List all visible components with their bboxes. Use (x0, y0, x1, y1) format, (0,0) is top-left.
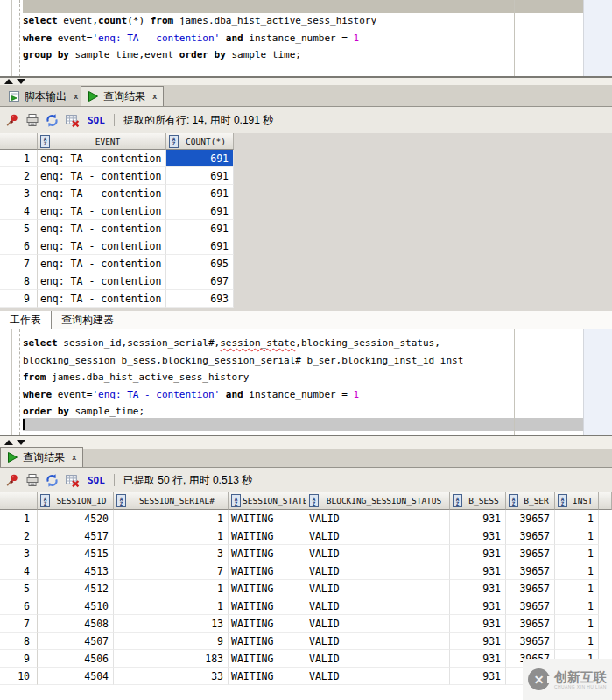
sql-button[interactable]: SQL (88, 115, 105, 126)
data-cell[interactable]: WAITING (229, 615, 306, 633)
data-cell[interactable]: 4512 (38, 580, 114, 597)
collapse-down-icon[interactable] (17, 79, 25, 84)
data-cell[interactable]: WAITING (229, 527, 306, 545)
data-cell[interactable]: 691 (166, 202, 234, 220)
column-header-event[interactable]: AZEVENT (38, 133, 166, 150)
column-header-b-ser[interactable]: AZB_SER (506, 492, 555, 510)
data-cell[interactable]: VALID (306, 545, 450, 562)
row-number-cell[interactable]: 1 (0, 150, 38, 167)
tab-worksheet[interactable]: 工作表 (0, 311, 52, 329)
data-cell[interactable]: 39657 (506, 510, 555, 527)
data-cell[interactable]: 1 (114, 527, 229, 545)
column-header-rownum[interactable] (0, 492, 38, 510)
row-number-cell[interactable]: 1 (0, 510, 38, 527)
column-header-count-[interactable]: AZCOUNT(*) (166, 133, 234, 150)
data-cell[interactable]: WAITING (229, 580, 306, 597)
data-cell[interactable]: WAITING (229, 650, 306, 668)
data-cell[interactable]: WAITING (229, 510, 306, 527)
data-cell[interactable]: 39657 (506, 580, 555, 597)
data-cell[interactable]: 4510 (38, 597, 114, 615)
data-cell[interactable]: 4504 (38, 668, 114, 685)
data-cell[interactable]: VALID (306, 527, 450, 545)
data-cell[interactable]: 695 (166, 255, 234, 272)
data-cell[interactable]: enq: TA - contention (38, 167, 166, 185)
data-cell[interactable]: enq: TA - contention (38, 290, 166, 308)
data-cell[interactable]: 691 (166, 237, 234, 255)
row-number-cell[interactable]: 4 (0, 562, 38, 580)
data-cell[interactable]: enq: TA - contention (38, 150, 166, 167)
data-cell[interactable]: 39657 (506, 615, 555, 633)
data-cell[interactable]: 691 (166, 150, 234, 167)
data-cell[interactable]: 183 (114, 650, 229, 668)
data-cell[interactable]: WAITING (229, 562, 306, 580)
splitter-bar[interactable] (0, 435, 612, 449)
data-cell[interactable]: enq: TA - contention (38, 237, 166, 255)
print-icon[interactable] (25, 473, 39, 488)
data-cell[interactable]: 4513 (38, 562, 114, 580)
row-number-cell[interactable]: 9 (0, 290, 38, 308)
data-cell[interactable]: 4517 (38, 527, 114, 545)
data-cell[interactable]: enq: TA - contention (38, 220, 166, 237)
data-cell[interactable]: 39657 (506, 527, 555, 545)
refresh-icon[interactable] (45, 113, 60, 128)
column-header-session-serial-[interactable]: AZSESSION_SERIAL# (114, 492, 229, 510)
data-cell[interactable]: VALID (306, 562, 450, 580)
close-icon[interactable]: x (74, 92, 78, 101)
data-cell[interactable]: 1 (555, 527, 599, 545)
result-grid-bottom[interactable]: AZSESSION_IDAZSESSION_SERIAL#AZSESSION_S… (0, 492, 612, 700)
data-cell[interactable]: 1 (555, 615, 599, 633)
tab-script-output[interactable]: 脚本输出 x (2, 87, 84, 106)
data-cell[interactable]: 1 (555, 510, 599, 527)
data-cell[interactable]: 697 (166, 272, 234, 290)
row-number-cell[interactable]: 3 (0, 185, 38, 202)
close-icon[interactable]: x (72, 453, 76, 462)
data-cell[interactable]: 691 (166, 167, 234, 185)
data-cell[interactable]: VALID (306, 615, 450, 633)
row-number-cell[interactable]: 5 (0, 220, 38, 237)
sql-editor-top[interactable]: select event,count(*) from james.dba_his… (0, 0, 612, 77)
data-cell[interactable]: 1 (114, 597, 229, 615)
row-number-cell[interactable]: 8 (0, 633, 38, 650)
data-cell[interactable]: 691 (166, 185, 234, 202)
data-cell[interactable]: 1 (555, 545, 599, 562)
column-header-rownum[interactable] (0, 133, 38, 150)
data-cell[interactable]: VALID (306, 668, 450, 685)
pin-icon[interactable] (4, 473, 19, 488)
data-cell[interactable]: 931 (450, 615, 506, 633)
splitter-bar[interactable] (0, 77, 612, 85)
row-number-cell[interactable]: 5 (0, 580, 38, 597)
data-cell[interactable]: VALID (306, 633, 450, 650)
row-number-cell[interactable]: 2 (0, 527, 38, 545)
clear-grid-icon[interactable] (65, 113, 80, 128)
column-header-inst[interactable]: AZINST (555, 492, 599, 510)
data-cell[interactable]: 931 (450, 633, 506, 650)
column-header-session-id[interactable]: AZSESSION_ID (38, 492, 114, 510)
data-cell[interactable]: 1 (555, 633, 599, 650)
data-cell[interactable]: enq: TA - contention (38, 255, 166, 272)
row-number-cell[interactable]: 7 (0, 255, 38, 272)
data-cell[interactable]: 1 (114, 580, 229, 597)
row-number-cell[interactable]: 2 (0, 167, 38, 185)
data-cell[interactable]: 1 (114, 510, 229, 527)
data-cell[interactable]: 931 (450, 527, 506, 545)
data-cell[interactable]: VALID (306, 580, 450, 597)
column-header-session-state[interactable]: AZSESSION_STATE (229, 492, 306, 510)
collapse-up-icon[interactable] (4, 79, 13, 84)
sql-button[interactable]: SQL (88, 475, 105, 486)
data-cell[interactable]: 693 (166, 290, 234, 308)
data-cell[interactable]: 39657 (506, 562, 555, 580)
result-grid-top[interactable]: AZEVENTAZCOUNT(*)1enq: TA - contention69… (0, 133, 612, 311)
clear-grid-icon[interactable] (65, 473, 80, 488)
data-cell[interactable]: 4507 (38, 633, 114, 650)
data-cell[interactable]: 13 (114, 615, 229, 633)
data-cell[interactable]: enq: TA - contention (38, 202, 166, 220)
print-icon[interactable] (25, 113, 39, 128)
row-number-cell[interactable]: 6 (0, 597, 38, 615)
data-cell[interactable]: 4506 (38, 650, 114, 668)
pin-icon[interactable] (4, 113, 19, 128)
data-cell[interactable]: 9 (114, 633, 229, 650)
data-cell[interactable]: 3 (114, 545, 229, 562)
row-number-cell[interactable]: 9 (0, 650, 38, 668)
row-number-cell[interactable]: 7 (0, 615, 38, 633)
tab-query-result-top[interactable]: 查询结果 x (81, 86, 164, 106)
